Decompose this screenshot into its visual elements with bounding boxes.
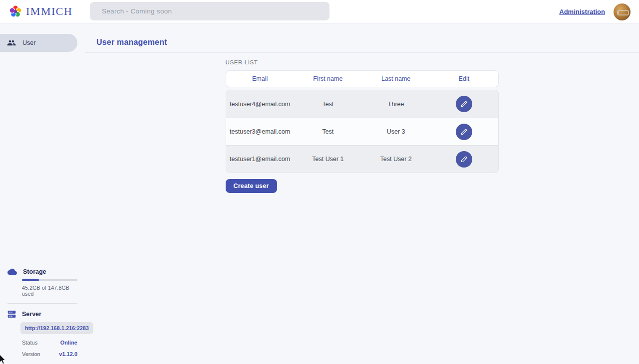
table-body: testuser4@email.com Test Three testuser3… — [226, 90, 499, 173]
cell-first-name: Test — [294, 128, 362, 135]
server-title: Server — [22, 311, 41, 318]
cell-last-name: Three — [362, 101, 430, 108]
cell-first-name: Test User 1 — [294, 156, 362, 163]
app-logo[interactable]: IMMICH — [0, 4, 72, 18]
server-status-label: Status — [22, 340, 37, 346]
mouse-cursor — [0, 355, 6, 364]
storage-title: Storage — [23, 268, 46, 275]
pencil-icon — [460, 100, 468, 108]
cell-email: testuser1@email.com — [226, 156, 294, 163]
storage-progress-fill — [22, 279, 39, 281]
immich-flower-icon — [8, 4, 22, 18]
cell-first-name: Test — [294, 101, 362, 108]
edit-user-button[interactable] — [456, 151, 472, 168]
edit-user-button[interactable] — [456, 96, 472, 112]
table-header: Email First name Last name Edit — [226, 70, 499, 87]
storage-progress-bar — [22, 279, 77, 281]
sidebar-divider — [7, 303, 77, 304]
search-input[interactable] — [90, 2, 329, 20]
table-row: testuser1@email.com Test User 1 Test Use… — [226, 145, 498, 173]
top-navbar: IMMICH Administration — [0, 0, 639, 23]
user-list-section: USER LIST Email First name Last name Edi… — [226, 59, 499, 193]
cell-last-name: Test User 2 — [362, 156, 430, 163]
table-row: testuser4@email.com Test Three — [226, 90, 498, 118]
administration-link[interactable]: Administration — [559, 8, 605, 15]
column-last-name: Last name — [362, 75, 430, 82]
create-user-button[interactable]: Create user — [226, 179, 277, 193]
server-version-value: v1.12.0 — [59, 351, 77, 357]
page-title: User management — [96, 38, 167, 46]
user-avatar[interactable] — [614, 3, 631, 20]
edit-user-button[interactable] — [456, 124, 472, 140]
pencil-icon — [460, 156, 468, 163]
sidebar-item-user-label: User — [22, 39, 35, 46]
sidebar: User Storage 45.2GB of 147.8GB used — [0, 23, 85, 364]
column-first-name: First name — [294, 75, 362, 82]
cell-email: testuser4@email.com — [226, 101, 294, 108]
table-row: testuser3@email.com Test User 3 — [226, 118, 498, 145]
column-email: Email — [226, 75, 294, 82]
user-list-label: USER LIST — [226, 59, 499, 65]
server-icon — [7, 310, 16, 318]
cell-email: testuser3@email.com — [226, 128, 294, 135]
server-url-badge: http://192.168.1.216:2283 — [20, 322, 93, 334]
pencil-icon — [460, 128, 468, 136]
app-title: IMMICH — [26, 5, 72, 18]
server-status-value: Online — [60, 340, 77, 346]
main-content: User management USER LIST Email First na… — [85, 23, 639, 364]
cell-last-name: User 3 — [362, 128, 430, 135]
sidebar-footer: Storage 45.2GB of 147.8GB used Server — [0, 268, 85, 364]
storage-usage-text: 45.2GB of 147.8GB used — [22, 285, 77, 297]
sidebar-item-user[interactable]: User — [0, 34, 77, 52]
column-edit: Edit — [430, 75, 498, 82]
cloud-icon — [7, 268, 17, 275]
page-header: User management — [85, 23, 639, 53]
users-icon — [7, 38, 16, 47]
server-version-label: Version — [22, 351, 40, 357]
